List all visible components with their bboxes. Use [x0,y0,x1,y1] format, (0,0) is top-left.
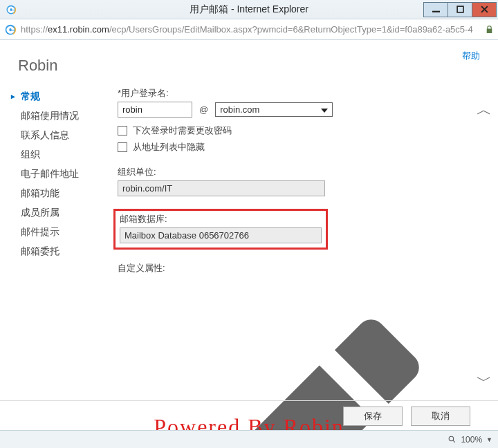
zoom-dropdown-icon[interactable]: ▼ [486,436,492,443]
url-field[interactable]: https://ex11.robin.com/ecp/UsersGroups/E… [21,24,481,35]
sidebar-item-email-address[interactable]: 电子邮件地址 [18,165,101,184]
sidebar-item-organization[interactable]: 组织 [18,145,101,165]
zoom-level: 100% [461,435,482,445]
svg-rect-3 [457,6,463,12]
login-name-input[interactable] [118,102,192,118]
checkbox-hide-from-gal[interactable]: 从地址列表中隐藏 [118,141,462,153]
checkbox-icon [118,142,127,152]
ie-icon [6,4,17,15]
custom-attr-label: 自定义属性: [118,262,462,274]
mailbox-db-highlight: 邮箱数据库: Mailbox Database 0656702766 [113,209,328,250]
close-button[interactable] [472,2,497,17]
scroll-down-icon[interactable]: ﹀ [477,373,492,389]
scroll-rail: ︿ ﹀ [477,102,491,389]
db-value: Mailbox Database 0656702766 [120,227,322,243]
save-button[interactable]: 保存 [343,407,403,426]
sidebar-item-delegation[interactable]: 邮箱委托 [18,242,101,261]
cancel-button[interactable]: 取消 [411,407,470,426]
sidebar-item-member-of[interactable]: 成员所属 [18,203,101,223]
sidebar-item-general[interactable]: 常规 [18,87,101,106]
sidebar-item-mailtip[interactable]: 邮件提示 [18,223,101,242]
zoom-icon[interactable] [448,435,456,444]
ou-value: robin.com/IT [118,180,325,196]
scroll-up-icon[interactable]: ︿ [477,102,492,118]
minimize-button[interactable] [423,2,448,17]
ie-icon [4,24,17,36]
svg-point-6 [450,436,454,441]
status-bar: 100% ▼ [0,430,498,448]
login-label: *用户登录名: [118,87,462,100]
at-sign: @ [199,104,208,115]
sidebar-item-mailbox-features[interactable]: 邮箱功能 [18,184,101,203]
page-content: 帮助 Robin 常规 邮箱使用情况 联系人信息 组织 电子邮件地址 邮箱功能 … [0,40,498,430]
sidebar: 常规 邮箱使用情况 联系人信息 组织 电子邮件地址 邮箱功能 成员所属 邮件提示… [18,87,101,448]
domain-select[interactable]: robin.com [215,102,333,117]
checkbox-change-password[interactable]: 下次登录时需要更改密码 [118,124,462,137]
maximize-button[interactable] [448,2,472,17]
dialog-footer: 保存 取消 [0,400,498,429]
help-link[interactable]: 帮助 [462,50,480,62]
window-controls [424,2,497,17]
sidebar-item-contact[interactable]: 联系人信息 [18,126,101,145]
svg-rect-2 [432,11,440,12]
checkbox-icon [118,126,127,136]
window-titlebar: 用户邮箱 - Internet Explorer [0,0,498,19]
page-title: Robin [18,57,480,75]
sidebar-item-usage[interactable]: 邮箱使用情况 [18,106,101,126]
address-bar: https://ex11.robin.com/ecp/UsersGroups/E… [0,19,498,40]
main-panel: *用户登录名: @ robin.com 下次登录时需要更改密码 从地址列表中隐藏… [118,87,480,448]
ou-label: 组织单位: [118,166,462,178]
lock-icon [485,25,494,34]
db-label: 邮箱数据库: [120,213,322,225]
